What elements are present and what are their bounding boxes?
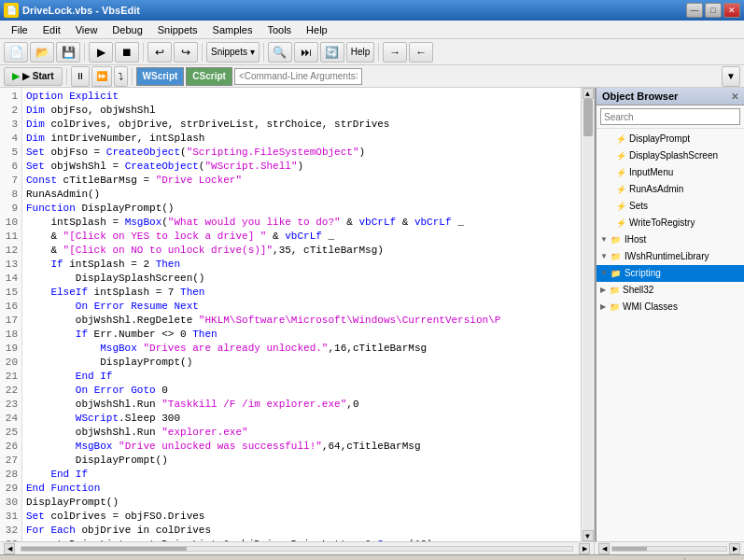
code-line-22[interactable]: On Error Goto 0 [26,384,577,398]
menu-edit[interactable]: Edit [35,22,68,37]
ob-item-label: Sets [629,199,648,214]
object-browser-search-input[interactable] [600,108,740,125]
code-line-32[interactable]: For Each objDrive in colDrives [26,524,577,538]
search-button[interactable]: 🔍 [268,42,292,63]
wscript-button[interactable]: WScript [136,67,185,86]
code-line-13[interactable]: If intSplash = 2 Then [26,258,577,272]
code-line-19[interactable]: MsgBox "Drives are already unlocked.",16… [26,342,577,356]
menu-help[interactable]: Help [299,22,335,37]
more-button[interactable]: ▼ [722,66,740,87]
help-button[interactable]: Help [346,42,375,63]
cscript-button[interactable]: CScript [186,67,232,86]
code-line-26[interactable]: MsgBox "Drive unlocked was successfull!"… [26,440,577,454]
code-line-1[interactable]: Option Explicit [26,90,577,104]
ob-item-ihost[interactable]: ▼ 📁 IHost [597,231,744,248]
stop-button[interactable]: ⏹ [115,42,139,63]
code-line-5[interactable]: Set objFso = CreateObject("Scripting.Fil… [26,146,577,160]
toolbar-separator-2 [143,43,144,62]
start-button[interactable]: ▶ ▶ Start [4,67,63,86]
ob-item-wmi-classes[interactable]: ▶ 📁 WMI Classes [597,299,744,315]
open-button[interactable]: 📂 [30,42,54,63]
pause-button[interactable]: ⏸ [71,66,90,87]
code-line-30[interactable]: DisplayPrompt() [26,496,577,510]
code-line-16[interactable]: On Error Resume Next [26,300,577,314]
ob-item-shell32[interactable]: ▶ 📁 Shell32 [597,282,744,299]
code-line-6[interactable]: Set objWshShl = CreateObject("WScript.Sh… [26,160,577,174]
replace-button[interactable]: 🔄 [320,42,344,63]
ob-item-displaysplashscreen[interactable]: ⚡ DisplaySplashScreen [597,147,744,164]
code-line-25[interactable]: objWshShl.Run "explorer.exe" [26,426,577,440]
code-line-28[interactable]: End If [26,468,577,482]
code-line-14[interactable]: DisplaySplashScreen() [26,272,577,286]
run-button[interactable]: ▶ [89,42,113,63]
object-browser-title-text: Object Browser [602,91,678,102]
save-button[interactable]: 💾 [56,42,80,63]
code-line-18[interactable]: If Err.Number <> 0 Then [26,328,577,342]
undo-button[interactable]: ↩ [147,42,172,63]
ob-hscroll-right-btn[interactable]: ▶ [729,543,740,554]
code-line-12[interactable]: & "[Click on NO to unlock drive(s)]",35,… [26,244,577,258]
ob-hscroll-left-btn[interactable]: ◀ [598,543,610,554]
ob-item-inputmenu[interactable]: ⚡ InputMenu [597,164,744,181]
code-line-17[interactable]: objWshShl.RegDelete "HKLM\Software\Micro… [26,314,577,328]
code-editor[interactable]: 1234567891011121314151617181920212223242… [0,88,595,541]
vertical-scrollbar[interactable]: ▲ ▼ [581,88,594,541]
code-line-29[interactable]: End Function [26,482,577,496]
line-numbers: 1234567891011121314151617181920212223242… [0,88,22,541]
args-input[interactable] [234,68,362,85]
object-browser-search-bar [597,105,744,129]
menu-samples[interactable]: Samples [205,22,260,37]
code-line-9[interactable]: Function DisplayPrompt() [26,202,577,216]
ob-item-scripting[interactable]: ▼ 📁 Scripting [597,265,744,282]
indent-button[interactable]: → [383,42,407,63]
code-line-2[interactable]: Dim objFso, objWshShl [26,104,577,118]
close-button[interactable]: ✕ [723,3,740,18]
find-next-button[interactable]: ⏭ [294,42,318,63]
ob-item-runasadmin[interactable]: ⚡ RunAsAdmin [597,181,744,198]
code-content[interactable]: Option ExplicitDim objFso, objWshShlDim … [22,88,581,541]
maximize-button[interactable]: □ [705,3,722,18]
ob-item-writetoregistry[interactable]: ⚡ WriteToRegistry [597,215,744,231]
code-line-10[interactable]: intSplash = MsgBox("What would you like … [26,216,577,230]
hscroll-right-btn[interactable]: ▶ [579,543,590,554]
hscroll-left-btn[interactable]: ◀ [4,543,15,554]
snippets-dropdown[interactable]: Snippets ▾ [206,42,260,63]
scroll-down-btn[interactable]: ▼ [583,530,594,541]
code-line-4[interactable]: Dim intDriveNumber, intSplash [26,132,577,146]
search-icon: 🔍 [273,45,288,60]
code-line-20[interactable]: DisplayPrompt() [26,356,577,370]
code-line-8[interactable]: RunAsAdmin() [26,188,577,202]
toolbar-separator-1 [84,43,85,62]
scroll-up-btn[interactable]: ▲ [583,88,594,99]
ob-item-iwshruntimelibrary[interactable]: ▼ 📁 IWshRuntimeLibrary [597,248,744,265]
stepover-button[interactable]: ⤵ [114,66,128,87]
folder-icon: 📁 [609,285,620,296]
code-line-21[interactable]: End If [26,370,577,384]
save-icon: 💾 [61,45,76,60]
code-line-27[interactable]: DisplayPrompt() [26,454,577,468]
step-button[interactable]: ⏩ [91,66,112,87]
menu-file[interactable]: File [4,22,35,37]
code-line-3[interactable]: Dim colDrives, objDrive, strDriveList, s… [26,118,577,132]
ob-item-label: IHost [625,232,646,247]
outdent-button[interactable]: ← [409,42,433,63]
code-line-11[interactable]: & "[Click on YES to lock a drive] " & vb… [26,230,577,244]
undo-icon: ↩ [152,45,167,60]
ob-item-sets[interactable]: ⚡ Sets [597,198,744,215]
code-line-31[interactable]: Set colDrives = objFSO.Drives [26,510,577,524]
redo-button[interactable]: ↪ [174,42,198,63]
menu-tools[interactable]: Tools [260,22,299,37]
code-line-23[interactable]: objWshShl.Run "Taskkill /F /im explorer.… [26,398,577,412]
new-button[interactable]: 📄 [4,42,28,63]
ob-item-displayprompt[interactable]: ⚡ DisplayPrompt [597,131,744,147]
minimize-button[interactable]: — [686,3,703,18]
code-line-7[interactable]: Const cTitleBarMsg = "Drive Locker" [26,174,577,188]
menu-debug[interactable]: Debug [105,22,149,37]
menu-snippets[interactable]: Snippets [150,22,205,37]
code-line-33[interactable]: strDriveList = strDriveList & objDrive.D… [26,538,577,541]
folder-icon: 📁 [611,251,622,262]
object-browser-close[interactable]: ✕ [731,91,738,102]
code-line-15[interactable]: ElseIf intSplash = 7 Then [26,286,577,300]
menu-view[interactable]: View [68,22,105,37]
code-line-24[interactable]: WScript.Sleep 300 [26,412,577,426]
